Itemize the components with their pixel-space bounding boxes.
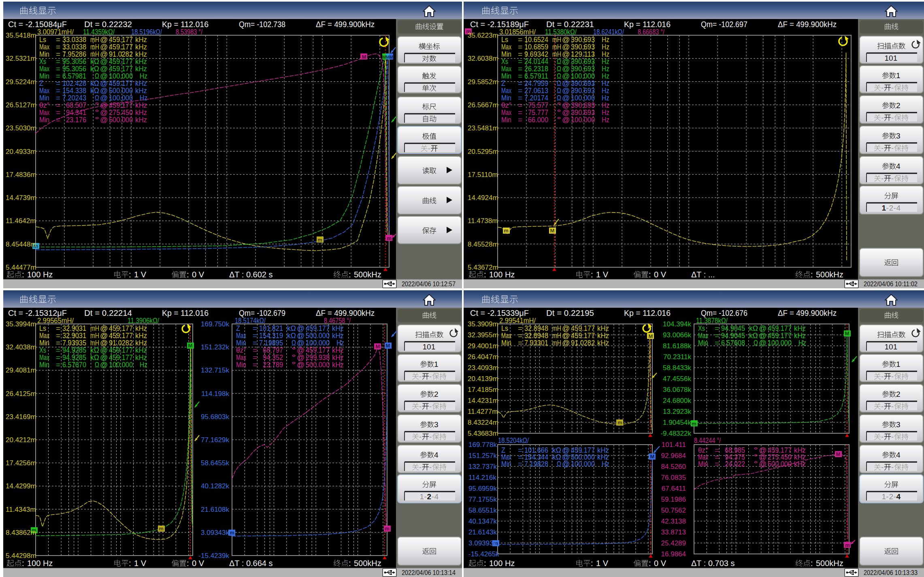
svg-text:4: 4 <box>896 162 901 170</box>
svg-text:20.5295m: 20.5295m <box>468 148 498 155</box>
svg-text:169.750k: 169.750k <box>201 320 229 328</box>
svg-text:ΔT : ...: ΔT : ... <box>691 270 715 279</box>
svg-text:101: 101 <box>885 343 898 351</box>
svg-text:11.4359kΩ/: 11.4359kΩ/ <box>83 28 115 36</box>
svg-text:-: - <box>419 402 422 411</box>
svg-text:23.5481m: 23.5481m <box>468 124 498 132</box>
svg-text:7.93301: 7.93301 <box>524 339 548 347</box>
svg-text:2.99541mH/: 2.99541mH/ <box>499 316 536 325</box>
svg-text:=: = <box>56 115 60 124</box>
svg-text:76.0835: 76.0835 <box>661 474 686 481</box>
svg-text:500kHz: 500kHz <box>354 270 381 279</box>
svg-text:-: - <box>894 204 896 212</box>
svg-text:101: 101 <box>885 54 898 62</box>
svg-text::: : <box>484 270 486 279</box>
svg-text:M: M <box>386 343 390 349</box>
svg-text:M: M <box>389 55 393 60</box>
svg-text:26.4125m: 26.4125m <box>6 390 36 398</box>
svg-text:8.44244 °/: 8.44244 °/ <box>694 436 721 445</box>
svg-text:17.4256m: 17.4256m <box>6 459 36 467</box>
svg-text:m: m <box>387 235 392 241</box>
svg-text:100 Hz: 100 Hz <box>489 270 515 279</box>
svg-text:m: m <box>692 421 696 427</box>
svg-text:8.43224m: 8.43224m <box>468 419 498 426</box>
svg-text:1.90454k: 1.90454k <box>663 419 691 426</box>
svg-text:11.3878kΩ/: 11.3878kΩ/ <box>696 316 728 325</box>
svg-text:Hz: Hz <box>602 460 609 468</box>
svg-text:-: - <box>419 463 422 471</box>
svg-text:-9.48322k: -9.48322k <box>660 430 691 437</box>
svg-text:Min: Min <box>39 360 49 369</box>
svg-text:100.000: 100.000 <box>768 339 792 347</box>
svg-text:23.5030m: 23.5030m <box>6 124 36 132</box>
svg-text:40.1282k: 40.1282k <box>201 482 229 490</box>
svg-text:-: - <box>891 113 894 122</box>
svg-text:8.66683 °/: 8.66683 °/ <box>638 28 665 36</box>
svg-text:8.45528m: 8.45528m <box>468 241 498 248</box>
svg-text:23.789: 23.789 <box>263 360 283 369</box>
svg-text:11.5380kΩ/: 11.5380kΩ/ <box>545 28 577 36</box>
svg-text:m: m <box>385 526 390 532</box>
svg-text:ΔT : 0.664 s: ΔT : 0.664 s <box>229 559 273 568</box>
svg-text:26.4047m: 26.4047m <box>468 353 498 361</box>
svg-text:8.46758 °/: 8.46758 °/ <box>324 316 351 325</box>
svg-text:26.5667m: 26.5667m <box>468 101 498 109</box>
svg-text:104.394k: 104.394k <box>663 320 691 328</box>
svg-text:32.4038m: 32.4038m <box>6 343 36 351</box>
svg-text:Min: Min <box>698 339 708 347</box>
svg-text:18.5204kΩ/: 18.5204kΩ/ <box>498 436 529 445</box>
svg-text::: : <box>591 270 593 279</box>
svg-text:35.6223m: 35.6223m <box>468 32 498 39</box>
svg-text:114.216k: 114.216k <box>468 474 496 481</box>
svg-text::: : <box>349 270 351 279</box>
svg-text:500kHz: 500kHz <box>816 559 843 568</box>
svg-text:500.000: 500.000 <box>306 360 330 369</box>
svg-text:0 V: 0 V <box>192 559 204 568</box>
svg-text:2: 2 <box>889 204 894 212</box>
svg-text:23.4169m: 23.4169m <box>6 413 36 421</box>
svg-text:4: 4 <box>896 492 901 501</box>
svg-text:m: m <box>317 237 322 243</box>
svg-text:29.5852m: 29.5852m <box>468 78 498 86</box>
svg-text:Hz: Hz <box>602 115 609 124</box>
svg-text::: : <box>129 270 131 279</box>
svg-text:169.778k: 169.778k <box>468 441 497 449</box>
svg-text:-: - <box>428 144 430 153</box>
svg-text:23.176: 23.176 <box>66 115 86 124</box>
svg-text:100.000: 100.000 <box>571 115 595 124</box>
svg-text:6.57670: 6.57670 <box>62 360 86 369</box>
svg-text:kHz: kHz <box>332 360 344 369</box>
svg-text:3: 3 <box>896 420 901 429</box>
svg-text:92.9684: 92.9684 <box>661 452 686 460</box>
svg-text::: : <box>811 559 813 568</box>
svg-text:Kp = 112.016: Kp = 112.016 <box>624 309 671 317</box>
svg-text:50.7562: 50.7562 <box>661 507 686 514</box>
svg-text:2022/04/06 10:11:02: 2022/04/06 10:11:02 <box>864 280 918 288</box>
svg-text:-: - <box>881 83 884 92</box>
svg-text:7.19828: 7.19828 <box>524 460 548 468</box>
svg-text:1: 1 <box>420 492 424 501</box>
svg-text:17.4836m: 17.4836m <box>6 171 36 179</box>
svg-text:Min: Min <box>698 460 708 468</box>
svg-text:100 Hz: 100 Hz <box>27 270 53 279</box>
svg-text:mH: mH <box>552 339 561 347</box>
svg-text:M: M <box>376 343 380 349</box>
svg-text:M: M <box>550 228 555 234</box>
svg-text:5.44298m: 5.44298m <box>6 552 36 560</box>
svg-text:-15.4265k: -15.4265k <box>468 550 499 558</box>
svg-text:35.5418m: 35.5418m <box>6 32 36 39</box>
svg-text:ΔF = 499.900kHz: ΔF = 499.900kHz <box>778 309 837 317</box>
svg-text:-: - <box>881 432 884 441</box>
svg-text:-: - <box>891 144 894 152</box>
svg-text:33.8713: 33.8713 <box>661 528 686 536</box>
svg-text::: : <box>649 559 651 568</box>
svg-text:-: - <box>419 432 422 441</box>
svg-text:8.53983 °/: 8.53983 °/ <box>176 28 203 36</box>
svg-text:Min: Min <box>39 115 49 124</box>
svg-text:1 V: 1 V <box>596 559 609 568</box>
svg-text:m: m <box>159 526 164 532</box>
svg-text:23.4093m: 23.4093m <box>468 364 498 372</box>
svg-text:20.4212m: 20.4212m <box>6 436 36 444</box>
svg-text:=: = <box>56 360 60 369</box>
svg-text:42.3138: 42.3138 <box>661 517 686 525</box>
